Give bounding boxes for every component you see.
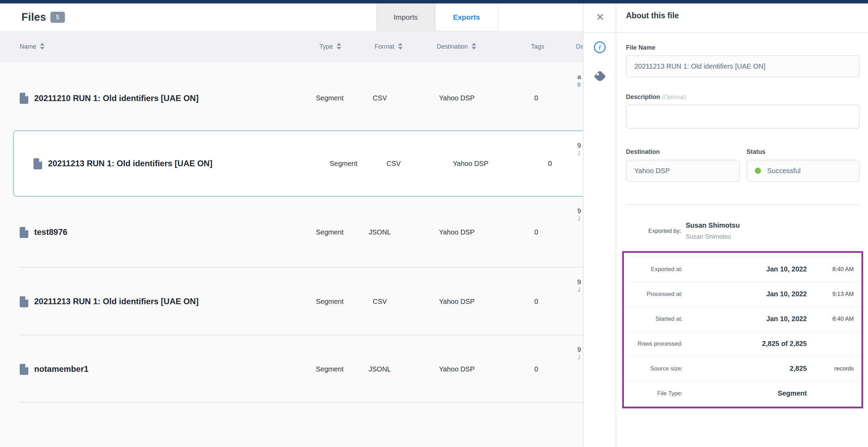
detail-row: Exported at: Jan 10, 2022 8:40 AM xyxy=(624,257,861,282)
detail-value: Jan 10, 2022 xyxy=(683,315,807,323)
type-cell: Segment xyxy=(309,335,350,403)
table-row[interactable]: test8976 Segment JSONL Yahoo DSP 0 9J xyxy=(0,197,583,268)
status-label: Status xyxy=(746,148,860,156)
detail-label: Source size: xyxy=(624,365,683,372)
about-file-panel: ✕ About this file i File Name 20211213 R… xyxy=(583,3,868,447)
file-name-text: 20211213 RUN 1: Old identifiers [UAE ON] xyxy=(34,297,199,306)
exported-by-name: Susan Shimotsu xyxy=(686,221,740,229)
file-name-text: 20211213 RUN 1: Old identifiers [UAE ON] xyxy=(48,159,212,168)
file-icon xyxy=(20,92,29,104)
detail-row: Processed at: Jan 10, 2022 9:13 AM xyxy=(624,282,861,307)
file-name-text: notamember1 xyxy=(34,364,88,374)
file-icon xyxy=(20,296,29,307)
destination-cell: Yahoo DSP xyxy=(434,197,479,268)
section-divider xyxy=(626,204,860,205)
name-cell: 20211210 RUN 1: Old identifiers [UAE ON] xyxy=(20,62,199,134)
file-name-text: 20211210 RUN 1: Old identifiers [UAE ON] xyxy=(34,93,199,103)
detail-label: Started at: xyxy=(624,316,683,322)
info-tab[interactable]: i xyxy=(594,41,606,53)
detail-row: Source size: 2,825 records xyxy=(624,356,861,381)
column-header-destination[interactable]: Destination xyxy=(437,31,476,62)
detail-label: Exported at: xyxy=(624,266,683,273)
file-name-text: test8976 xyxy=(34,227,67,237)
sort-icon xyxy=(40,42,45,50)
file-name-input[interactable]: 20211213 RUN 1: Old identifiers [UAE ON] xyxy=(626,55,860,77)
panel-header-divider xyxy=(584,32,868,33)
table-row[interactable]: 20211213 RUN 1: Old identifiers [UAE ON]… xyxy=(0,268,583,335)
type-cell: Segment xyxy=(309,197,350,268)
file-details-list: Exported at: Jan 10, 2022 8:40 AM Proces… xyxy=(624,257,861,406)
detail-extra: 8:40 AM xyxy=(807,266,854,273)
format-cell: CSV xyxy=(359,62,401,134)
name-cell: notamember1 xyxy=(20,335,88,403)
optional-hint: (Optional) xyxy=(662,94,686,100)
close-icon[interactable]: ✕ xyxy=(593,10,607,24)
files-count-badge: 5 xyxy=(50,12,65,23)
description-textarea[interactable] xyxy=(626,105,860,129)
tag-icon xyxy=(594,70,606,82)
detail-row: Rows processed: 2,825 of 2,825 xyxy=(624,331,861,356)
tags-cell: 0 xyxy=(525,268,547,335)
destination-cell: Yahoo DSP xyxy=(434,335,479,403)
tags-cell: 0 xyxy=(539,131,561,196)
info-icon: i xyxy=(599,43,600,51)
name-cell: 20211213 RUN 1: Old identifiers [UAE ON] xyxy=(20,268,199,335)
status-value: Successful xyxy=(767,167,801,175)
column-header-date-clipped[interactable]: Date xyxy=(576,31,583,62)
tags-cell: 0 xyxy=(525,197,547,268)
files-table-region: Files 5 Imports Exports Name Type Format… xyxy=(0,3,583,447)
tab-exports[interactable]: Exports xyxy=(435,3,498,31)
column-header-type[interactable]: Type xyxy=(319,31,341,62)
detail-value: Jan 10, 2022 xyxy=(683,265,807,273)
format-cell: JSONL xyxy=(359,197,401,268)
date-cell-clipped: 9J xyxy=(577,197,583,268)
tags-cell: 0 xyxy=(525,335,547,403)
date-cell-clipped: a8 xyxy=(577,62,583,134)
file-icon xyxy=(33,158,42,169)
detail-value: Segment xyxy=(683,389,807,397)
tab-imports[interactable]: Imports xyxy=(376,3,435,31)
file-name-label: File Name xyxy=(626,44,860,51)
destination-cell: Yahoo DSP xyxy=(434,268,479,335)
detail-extra: 8:40 AM xyxy=(807,316,854,322)
format-cell: CSV xyxy=(373,131,414,196)
column-header-name[interactable]: Name xyxy=(20,31,45,62)
detail-value: Jan 10, 2022 xyxy=(683,290,807,298)
detail-label: File Type: xyxy=(624,390,683,397)
sort-icon xyxy=(336,42,341,50)
row-divider xyxy=(19,402,583,403)
detail-row: File Type: Segment xyxy=(624,381,861,406)
files-header: Files 5 Imports Exports xyxy=(0,3,583,31)
format-cell: JSONL xyxy=(359,335,401,403)
app-window: Files 5 Imports Exports Name Type Format… xyxy=(0,0,868,447)
date-cell-clipped: 9J xyxy=(577,131,583,196)
detail-extra: records xyxy=(807,365,854,372)
tags-cell: 0 xyxy=(525,62,547,134)
exported-by-subname: Susan Shimotsu xyxy=(686,233,731,240)
table-row[interactable]: 20211210 RUN 1: Old identifiers [UAE ON]… xyxy=(0,62,583,134)
date-cell-clipped: 9J xyxy=(577,335,583,403)
table-header-row: Name Type Format Destination Tags Date xyxy=(0,31,583,62)
description-label: Description (Optional) xyxy=(626,93,860,101)
destination-cell: Yahoo DSP xyxy=(434,62,479,134)
detail-label: Processed at: xyxy=(624,291,683,298)
table-row-selected[interactable]: 20211213 RUN 1: Old identifiers [UAE ON]… xyxy=(13,130,583,197)
tags-tab[interactable] xyxy=(594,70,606,83)
format-cell: CSV xyxy=(359,268,401,335)
detail-row: Started at: Jan 10, 2022 8:40 AM xyxy=(624,307,861,331)
column-header-tags[interactable]: Tags xyxy=(531,31,544,62)
type-cell: Segment xyxy=(309,268,350,335)
detail-value: 2,825 of 2,825 xyxy=(683,340,807,348)
detail-value: 2,825 xyxy=(683,365,807,372)
rail-divider xyxy=(616,3,616,447)
destination-field: Yahoo DSP xyxy=(626,160,740,182)
file-icon xyxy=(20,227,29,238)
exported-by-label: Exported by: xyxy=(626,228,681,235)
column-header-format[interactable]: Format xyxy=(375,31,403,62)
page-title: Files xyxy=(21,11,46,23)
tag-icon-hole xyxy=(597,73,599,76)
table-row[interactable]: notamember1 Segment JSONL Yahoo DSP 0 9J xyxy=(0,335,583,403)
status-dot-icon xyxy=(755,168,761,174)
name-cell: 20211213 RUN 1: Old identifiers [UAE ON] xyxy=(33,131,212,196)
type-cell: Segment xyxy=(323,131,364,196)
